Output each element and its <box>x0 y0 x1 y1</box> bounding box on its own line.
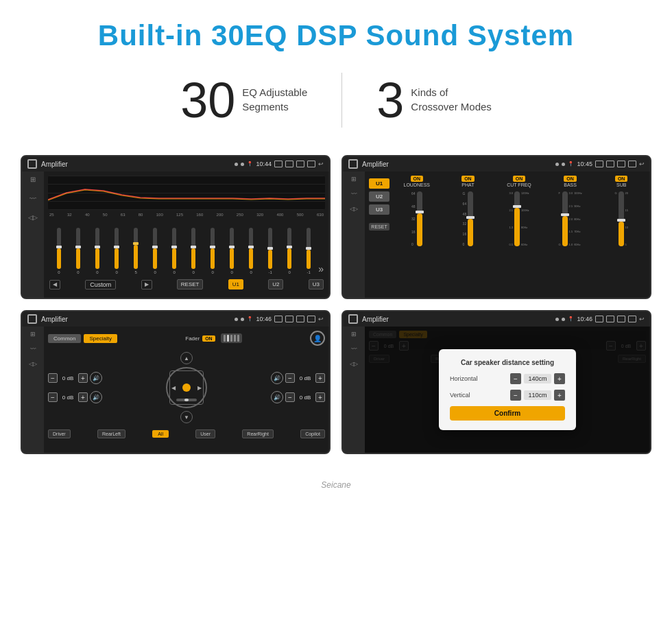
dialog-horizontal-row: Horizontal − 140cm + <box>450 373 565 384</box>
user-btn[interactable]: User <box>195 429 215 438</box>
home-icon-3 <box>27 314 37 324</box>
eq-slider-7[interactable]: 0 <box>184 228 203 274</box>
eq-slider-0[interactable]: 0 <box>49 228 69 274</box>
speaker-top-bar: Common Specialty Fader ON <box>48 331 325 346</box>
vertical-plus[interactable]: + <box>554 390 565 401</box>
eq-slider-9[interactable]: 0 <box>222 228 241 274</box>
crossover-sidebar-wave: 〰 <box>351 191 357 198</box>
eq-u2-btn[interactable]: U2 <box>268 279 283 290</box>
crossover-u1[interactable]: U1 <box>369 178 389 189</box>
joystick-slider[interactable] <box>176 399 197 401</box>
sp-minus-bl[interactable]: − <box>48 392 58 402</box>
horizontal-control: − 140cm + <box>510 373 565 384</box>
eq-bottom-bar: ◀ Custom ▶ RESET U1 U2 U3 <box>48 277 325 292</box>
speaker-ctrl-tl: − 0 dB + 🔊 <box>48 372 102 384</box>
tab-specialty[interactable]: Specialty <box>84 334 117 343</box>
eq-back-btn[interactable]: ◀ <box>49 280 60 290</box>
speaker-bottom-row: Driver RearLeft All User RearRight Copil… <box>48 429 325 438</box>
eq-u3-btn[interactable]: U3 <box>309 279 324 290</box>
arrow-right: ▶ <box>197 385 202 391</box>
all-btn[interactable]: All <box>152 430 169 438</box>
tab-common[interactable]: Common <box>48 334 81 343</box>
eq-slider-11[interactable]: -1 <box>261 228 280 274</box>
home-icon-4 <box>348 314 358 324</box>
eq-slider-1[interactable]: 0 <box>69 228 88 274</box>
joystick-up[interactable]: ▲ <box>180 352 193 364</box>
eq-reset-btn[interactable]: RESET <box>177 279 204 290</box>
crossover-u2[interactable]: U2 <box>369 191 389 202</box>
eq-scroll-arrow[interactable]: » <box>318 263 324 274</box>
eq-slider-12[interactable]: 0 <box>280 228 299 274</box>
speaker-time: 10:46 <box>256 316 272 322</box>
fader-track[interactable] <box>221 333 242 343</box>
sp-plus-tl[interactable]: + <box>78 373 88 383</box>
dialog-vertical-row: Vertical − 110cm + <box>450 390 565 401</box>
speaker-ctrl-bl: − 0 dB + 🔊 <box>48 391 102 403</box>
dlg-sidebar-vol: ◁▷ <box>350 361 358 367</box>
brand-footer: Seicane <box>0 475 672 495</box>
screen-eq: Amplifier 📍 10:44 ↩ ⊞ 〰 <box>21 155 331 299</box>
sp-value-tr: 0 dB <box>297 375 313 381</box>
camera-icon <box>274 161 283 167</box>
horizontal-plus[interactable]: + <box>554 373 565 384</box>
vertical-minus[interactable]: − <box>510 390 521 401</box>
speaker-status-bar: Amplifier 📍 10:46 ↩ <box>22 311 329 327</box>
sp-minus-br[interactable]: − <box>285 392 295 402</box>
copilot-btn[interactable]: Copilot <box>300 429 325 438</box>
speaker-title: Amplifier <box>41 316 230 323</box>
joystick-down[interactable]: ▼ <box>180 411 193 423</box>
joystick-center[interactable]: ◀ ▶ <box>166 367 207 408</box>
vertical-label: Vertical <box>450 392 470 399</box>
x-icon <box>296 161 304 167</box>
sp-minus-tl[interactable]: − <box>48 373 58 383</box>
user-icon[interactable]: 👤 <box>310 331 325 346</box>
status-dot2 <box>241 163 244 166</box>
eq-forward-btn[interactable]: ▶ <box>141 280 152 290</box>
horizontal-minus[interactable]: − <box>510 373 521 384</box>
sp-value-tl: 0 dB <box>60 375 76 381</box>
confirm-button[interactable]: Confirm <box>450 406 565 421</box>
fader-row: Fader ON <box>185 333 241 343</box>
eq-slider-2[interactable]: 0 <box>88 228 107 274</box>
eq-slider-4[interactable]: 5 <box>126 228 145 274</box>
eq-main: 25 32 40 50 63 80 100 125 160 200 250 32… <box>44 172 329 298</box>
rear-left-btn[interactable]: RearLeft <box>97 429 125 438</box>
crossover-reset[interactable]: RESET <box>369 223 389 231</box>
rear-right-btn[interactable]: RearRight <box>242 429 274 438</box>
eq-freq-labels: 25 32 40 50 63 80 100 125 160 200 250 32… <box>48 213 325 220</box>
eq-sidebar-icon2: 〰 <box>26 195 40 206</box>
sp-plus-tr[interactable]: + <box>315 373 325 383</box>
crossover-title: Amplifier <box>362 161 551 168</box>
speaker-sidebar: ⊞ 〰 ◁▷ <box>22 327 44 453</box>
sp-plus-bl[interactable]: + <box>78 392 88 402</box>
eq-slider-10[interactable]: 0 <box>241 228 261 274</box>
sp-minus-tr[interactable]: − <box>285 373 295 383</box>
home-icon <box>27 159 37 169</box>
eq-sidebar-icon3: ◁▷ <box>26 214 40 225</box>
eq-mode-label: Custom <box>85 280 116 290</box>
stat-crossover: 3 Kinds ofCrossover Modes <box>342 75 526 125</box>
ch-bass: ON BASS FG <box>546 176 595 294</box>
crossover-sidebar-eq: ⊞ <box>351 176 357 182</box>
brand-name: Seicane <box>321 480 350 490</box>
fader-on-badge: ON <box>202 335 215 342</box>
eq-slider-6[interactable]: 0 <box>165 228 184 274</box>
speaker-controls-area: − 0 dB + 🔊 − 0 dB + 🔊 <box>48 350 325 425</box>
crossover-channels: ON LOUDNESS 644832160 <box>392 176 646 294</box>
eq-slider-13[interactable]: -1 <box>299 228 318 274</box>
status-dot <box>235 163 238 166</box>
eq-sliders[interactable]: 0 0 0 <box>48 220 325 274</box>
sp-sidebar-vol: ◁▷ <box>29 361 37 367</box>
eq-slider-8[interactable]: 0 <box>203 228 222 274</box>
crossover-u3[interactable]: U3 <box>369 204 389 215</box>
stat-eq-label: EQ AdjustableSegments <box>242 75 307 114</box>
driver-btn[interactable]: Driver <box>48 429 71 438</box>
eq-slider-3[interactable]: 0 <box>107 228 126 274</box>
eq-u1-btn[interactable]: U1 <box>228 279 243 290</box>
eq-slider-5[interactable]: 0 <box>145 228 165 274</box>
dialog-time: 10:46 <box>577 316 592 322</box>
volume-icon <box>285 161 293 167</box>
stat-crossover-label: Kinds ofCrossover Modes <box>411 75 492 114</box>
sp-value-bl: 0 dB <box>60 394 76 401</box>
sp-plus-br[interactable]: + <box>315 392 325 402</box>
